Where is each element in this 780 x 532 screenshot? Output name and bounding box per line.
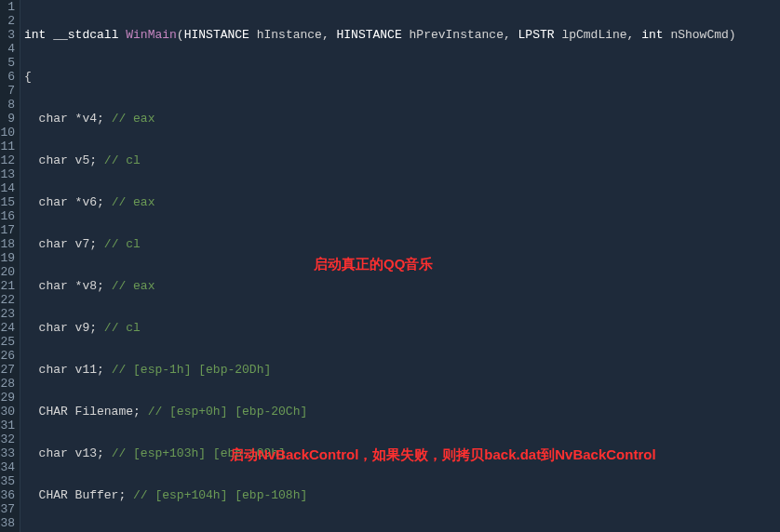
line-number: 27 <box>0 363 15 377</box>
line-number: 8 <box>0 98 15 112</box>
line-number: 10 <box>0 126 15 140</box>
line-number: 2 <box>0 14 15 28</box>
line-number: 9 <box>0 112 15 126</box>
line-number: 21 <box>0 279 15 293</box>
line-number: 34 <box>0 460 15 474</box>
code-line: char *v4; // eax <box>24 112 780 126</box>
line-number: 22 <box>0 293 15 307</box>
line-number: 36 <box>0 488 15 502</box>
line-number: 5 <box>0 56 15 70</box>
code-editor: 1234567891011121314151617181920212223242… <box>0 0 780 532</box>
line-number: 26 <box>0 349 15 363</box>
code-line: { <box>24 70 780 84</box>
code-line: char v5; // cl <box>24 153 780 167</box>
line-number: 38 <box>0 516 15 530</box>
code-line: int __stdcall WinMain(HINSTANCE hInstanc… <box>24 28 780 42</box>
line-number: 1 <box>0 0 15 14</box>
code-line: char *v8; // eax <box>24 279 780 293</box>
line-number: 32 <box>0 432 15 446</box>
line-number: 16 <box>0 209 15 223</box>
code-line: CHAR Buffer; // [esp+104h] [ebp-108h] <box>24 488 780 502</box>
line-number: 6 <box>0 70 15 84</box>
line-number: 33 <box>0 446 15 460</box>
code-line: char *v6; // eax <box>24 195 780 209</box>
line-number: 15 <box>0 195 15 209</box>
line-number: 19 <box>0 251 15 265</box>
line-number: 17 <box>0 223 15 237</box>
line-number: 25 <box>0 335 15 349</box>
line-number: 23 <box>0 307 15 321</box>
code-line: CHAR Filename; // [esp+0h] [ebp-20Ch] <box>24 405 780 419</box>
code-line: char v7; // cl <box>24 237 780 251</box>
line-number: 4 <box>0 42 15 56</box>
code-line: char v11; // [esp-1h] [ebp-20Dh] <box>24 363 780 377</box>
line-number: 12 <box>0 153 15 167</box>
annotation-qqmusic: 启动真正的QQ音乐 <box>314 257 433 271</box>
line-number: 35 <box>0 474 15 488</box>
line-number: 18 <box>0 237 15 251</box>
line-number: 14 <box>0 181 15 195</box>
line-number: 7 <box>0 84 15 98</box>
line-number: 31 <box>0 419 15 432</box>
line-number: 13 <box>0 167 15 181</box>
line-number-gutter: 1234567891011121314151617181920212223242… <box>0 0 20 532</box>
annotation-nvbackcontrol: 启动NvBackControl，如果失败，则拷贝back.dat到NvBackC… <box>230 447 656 461</box>
line-number: 28 <box>0 377 15 391</box>
line-number: 30 <box>0 405 15 419</box>
line-number: 20 <box>0 265 15 279</box>
line-number: 37 <box>0 502 15 516</box>
code-line: char v9; // cl <box>24 321 780 335</box>
line-number: 11 <box>0 140 15 153</box>
line-number: 29 <box>0 391 15 405</box>
line-number: 24 <box>0 321 15 335</box>
code-area[interactable]: int __stdcall WinMain(HINSTANCE hInstanc… <box>20 0 780 532</box>
line-number: 3 <box>0 28 15 42</box>
